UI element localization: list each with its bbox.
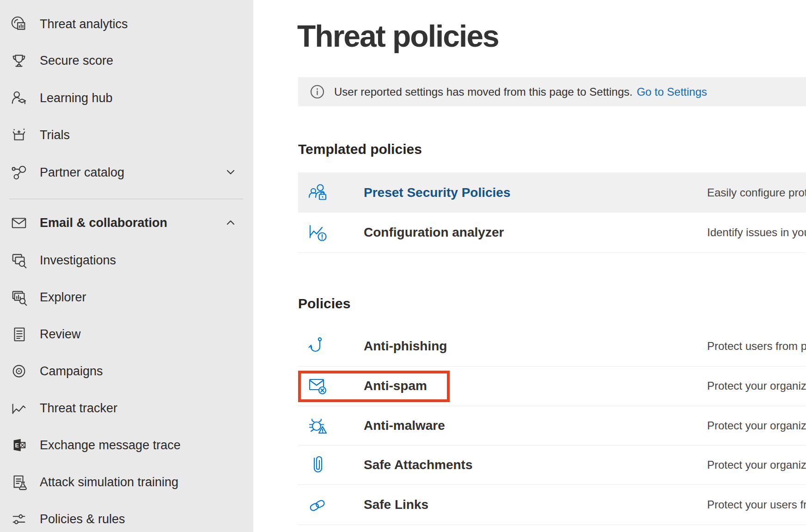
- sidebar-section-email-collaboration[interactable]: Email & collaboration: [0, 204, 253, 241]
- explorer-icon: [10, 288, 28, 306]
- row-preset-security-policies[interactable]: Preset Security Policies Easily configur…: [298, 172, 806, 213]
- sidebar-item-label: Secure score: [40, 54, 113, 68]
- row-anti-malware[interactable]: Anti-malware Protect your organiz: [298, 406, 806, 445]
- trials-icon: [10, 126, 28, 144]
- sidebar-item-partner-catalog[interactable]: Partner catalog: [0, 154, 253, 191]
- sidebar-item-attack-simulation-training[interactable]: Attack simulation training: [0, 464, 253, 501]
- info-icon: [310, 85, 324, 99]
- sidebar-item-threat-tracker[interactable]: Threat tracker: [0, 390, 253, 427]
- threat-analytics-icon: [10, 15, 28, 33]
- row-safe-attachments[interactable]: Safe Attachments Protect your organiz: [298, 445, 806, 484]
- row-anti-spam[interactable]: Anti-spam Protect your organiz: [298, 366, 806, 406]
- sidebar-item-policies-rules[interactable]: Policies & rules: [0, 501, 253, 532]
- row-divider: [298, 525, 806, 525]
- row-description: Protect your organiz: [707, 419, 806, 432]
- attack-simulation-icon: [10, 473, 28, 491]
- row-anti-phishing[interactable]: Anti-phishing Protect users from p: [298, 326, 806, 366]
- banner-message: User reported settings has moved from th…: [334, 86, 633, 98]
- anti-phishing-icon: [307, 335, 329, 357]
- sidebar-item-label: Review: [40, 327, 81, 342]
- sidebar-item-campaigns[interactable]: Campaigns: [0, 353, 253, 390]
- configuration-analyzer-icon: [307, 221, 329, 244]
- row-description: Protect users from p: [707, 340, 806, 353]
- row-divider: [298, 252, 806, 253]
- sliders-icon: [10, 510, 28, 528]
- sidebar-item-label: Trials: [40, 128, 70, 142]
- sidebar-item-label: Explorer: [40, 290, 86, 305]
- sidebar-item-learning-hub[interactable]: Learning hub: [0, 79, 253, 116]
- sidebar-item-explorer[interactable]: Explorer: [0, 279, 253, 316]
- row-label: Anti-malware: [364, 418, 445, 433]
- go-to-settings-link[interactable]: Go to Settings: [637, 86, 707, 98]
- anti-malware-icon: [307, 415, 329, 437]
- review-icon: [10, 325, 28, 343]
- preset-security-policies-icon: [307, 182, 329, 204]
- learning-hub-icon: [10, 89, 28, 107]
- sidebar-section-label: Email & collaboration: [40, 216, 167, 230]
- row-label: Anti-spam: [364, 379, 427, 393]
- sidebar-item-exchange-message-trace[interactable]: E Exchange message trace: [0, 427, 253, 464]
- policies-heading: Policies: [298, 296, 350, 312]
- safe-links-icon: [307, 494, 329, 516]
- sidebar-item-label: Threat tracker: [40, 401, 117, 416]
- sidebar-item-threat-analytics[interactable]: Threat analytics: [0, 6, 253, 43]
- sidebar-divider: [9, 199, 244, 199]
- chevron-down-icon[interactable]: [223, 165, 238, 180]
- sidebar-item-review[interactable]: Review: [0, 316, 253, 353]
- email-icon: [10, 214, 28, 232]
- svg-text:E: E: [15, 442, 18, 449]
- row-description: Easily configure prot: [707, 186, 806, 199]
- row-label: Anti-phishing: [364, 339, 447, 354]
- partner-catalog-icon: [10, 163, 28, 182]
- sidebar-item-label: Campaigns: [40, 364, 103, 379]
- row-description: Protect your organiz: [707, 459, 806, 471]
- info-banner: User reported settings has moved from th…: [298, 77, 806, 106]
- sidebar-item-label: Learning hub: [40, 91, 113, 105]
- safe-attachments-icon: [307, 454, 329, 476]
- campaigns-icon: [10, 362, 28, 380]
- investigations-icon: [10, 251, 28, 269]
- sidebar-item-label: Attack simulation training: [40, 475, 178, 489]
- row-description: Identify issues in you: [707, 226, 806, 239]
- row-label: Safe Attachments: [364, 458, 472, 472]
- exchange-icon: E: [10, 436, 28, 454]
- threat-policies-page: Threat analytics Secure score: [0, 0, 806, 532]
- sidebar-item-label: Investigations: [40, 253, 116, 268]
- chevron-up-icon[interactable]: [223, 215, 238, 231]
- preset-security-policies-link[interactable]: Preset Security Policies: [364, 185, 511, 200]
- sidebar: Threat analytics Secure score: [0, 0, 253, 532]
- main-content: Threat policies User reported settings h…: [253, 0, 806, 532]
- row-label: Safe Links: [364, 497, 428, 512]
- templated-policies-heading: Templated policies: [298, 141, 422, 157]
- trophy-icon: [10, 51, 28, 70]
- row-safe-links[interactable]: Safe Links Protect your users fr: [298, 484, 806, 525]
- row-description: Protect your users fr: [707, 498, 806, 511]
- sidebar-item-secure-score[interactable]: Secure score: [0, 42, 253, 79]
- sidebar-item-investigations[interactable]: Investigations: [0, 242, 253, 279]
- page-title: Threat policies: [297, 18, 499, 54]
- sidebar-item-trials[interactable]: Trials: [0, 116, 253, 153]
- row-description: Protect your organiz: [707, 379, 806, 392]
- sidebar-item-label: Partner catalog: [40, 165, 124, 180]
- threat-tracker-icon: [10, 399, 28, 417]
- row-configuration-analyzer[interactable]: Configuration analyzer Identify issues i…: [298, 213, 806, 252]
- row-label: Configuration analyzer: [364, 225, 504, 240]
- sidebar-item-label: Threat analytics: [40, 17, 128, 31]
- sidebar-item-label: Exchange message trace: [40, 438, 181, 453]
- anti-spam-icon: [307, 375, 329, 397]
- sidebar-item-label: Policies & rules: [40, 512, 125, 526]
